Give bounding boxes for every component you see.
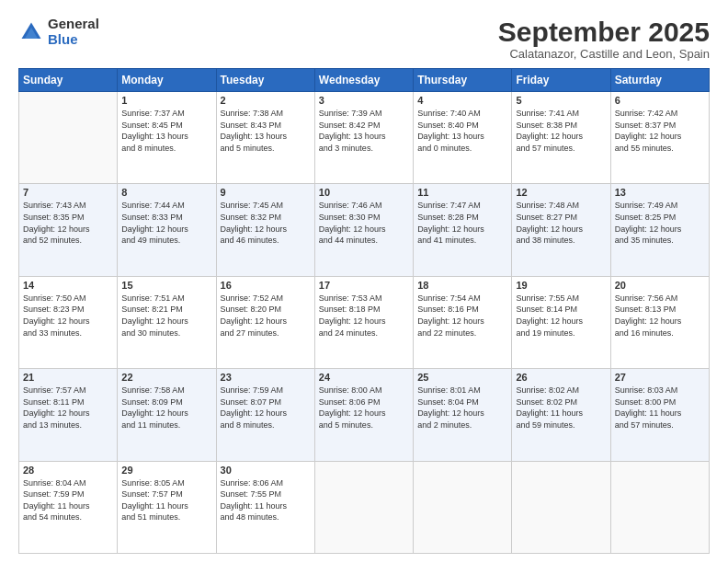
day-number: 17	[319, 280, 409, 291]
calendar-cell: 13Sunrise: 7:49 AM Sunset: 8:25 PM Dayli…	[610, 184, 709, 276]
calendar-cell: 24Sunrise: 8:00 AM Sunset: 8:06 PM Dayli…	[314, 369, 413, 461]
cell-info: Sunrise: 7:40 AM Sunset: 8:40 PM Dayligh…	[417, 108, 507, 154]
day-number: 30	[221, 465, 311, 476]
day-number: 25	[417, 372, 507, 383]
cell-info: Sunrise: 7:59 AM Sunset: 8:07 PM Dayligh…	[221, 385, 311, 431]
calendar-cell	[610, 461, 709, 553]
cell-info: Sunrise: 8:05 AM Sunset: 7:57 PM Dayligh…	[121, 477, 211, 523]
cell-info: Sunrise: 7:56 AM Sunset: 8:13 PM Dayligh…	[615, 293, 705, 339]
day-number: 12	[516, 187, 606, 198]
day-number: 27	[615, 372, 705, 383]
day-number: 28	[23, 465, 113, 476]
header-wednesday: Wednesday	[314, 69, 413, 92]
day-number: 29	[121, 465, 211, 476]
logo-general: General	[48, 17, 99, 32]
day-number: 16	[221, 280, 311, 291]
calendar-cell: 28Sunrise: 8:04 AM Sunset: 7:59 PM Dayli…	[19, 461, 118, 553]
day-number: 13	[615, 187, 705, 198]
calendar-cell: 27Sunrise: 8:03 AM Sunset: 8:00 PM Dayli…	[610, 369, 709, 461]
header-sunday: Sunday	[19, 69, 118, 92]
cell-info: Sunrise: 7:55 AM Sunset: 8:14 PM Dayligh…	[516, 293, 606, 339]
calendar-cell: 19Sunrise: 7:55 AM Sunset: 8:14 PM Dayli…	[512, 276, 610, 368]
calendar-week-row: 21Sunrise: 7:57 AM Sunset: 8:11 PM Dayli…	[19, 369, 710, 461]
title-block: September 2025 Calatanazor, Castille and…	[498, 17, 710, 61]
calendar-cell: 29Sunrise: 8:05 AM Sunset: 7:57 PM Dayli…	[118, 461, 216, 553]
day-number: 10	[319, 187, 409, 198]
calendar-cell: 16Sunrise: 7:52 AM Sunset: 8:20 PM Dayli…	[216, 276, 314, 368]
day-number: 20	[615, 280, 705, 291]
location-subtitle: Calatanazor, Castille and Leon, Spain	[498, 47, 710, 61]
day-number: 7	[23, 187, 113, 198]
calendar-cell: 20Sunrise: 7:56 AM Sunset: 8:13 PM Dayli…	[610, 276, 709, 368]
logo-blue: Blue	[48, 32, 99, 48]
cell-info: Sunrise: 7:39 AM Sunset: 8:42 PM Dayligh…	[319, 108, 409, 154]
day-number: 1	[121, 95, 211, 106]
day-number: 6	[615, 95, 705, 106]
cell-info: Sunrise: 7:50 AM Sunset: 8:23 PM Dayligh…	[23, 293, 113, 339]
cell-info: Sunrise: 7:42 AM Sunset: 8:37 PM Dayligh…	[615, 108, 705, 154]
calendar-cell	[314, 461, 413, 553]
day-number: 23	[221, 372, 311, 383]
calendar-cell: 1Sunrise: 7:37 AM Sunset: 8:45 PM Daylig…	[118, 92, 216, 184]
calendar-cell	[19, 92, 118, 184]
calendar-cell: 30Sunrise: 8:06 AM Sunset: 7:55 PM Dayli…	[216, 461, 314, 553]
cell-info: Sunrise: 8:06 AM Sunset: 7:55 PM Dayligh…	[221, 477, 311, 523]
calendar-cell: 17Sunrise: 7:53 AM Sunset: 8:18 PM Dayli…	[314, 276, 413, 368]
cell-info: Sunrise: 7:54 AM Sunset: 8:16 PM Dayligh…	[417, 293, 507, 339]
cell-info: Sunrise: 8:02 AM Sunset: 8:02 PM Dayligh…	[516, 385, 606, 431]
header-saturday: Saturday	[610, 69, 709, 92]
calendar-cell: 14Sunrise: 7:50 AM Sunset: 8:23 PM Dayli…	[19, 276, 118, 368]
month-title: September 2025	[498, 17, 710, 47]
calendar-cell: 25Sunrise: 8:01 AM Sunset: 8:04 PM Dayli…	[414, 369, 512, 461]
cell-info: Sunrise: 7:48 AM Sunset: 8:27 PM Dayligh…	[516, 200, 606, 246]
calendar-cell: 21Sunrise: 7:57 AM Sunset: 8:11 PM Dayli…	[19, 369, 118, 461]
cell-info: Sunrise: 7:47 AM Sunset: 8:28 PM Dayligh…	[417, 200, 507, 246]
calendar-cell	[414, 461, 512, 553]
calendar-week-row: 7Sunrise: 7:43 AM Sunset: 8:35 PM Daylig…	[19, 184, 710, 276]
cell-info: Sunrise: 8:03 AM Sunset: 8:00 PM Dayligh…	[615, 385, 705, 431]
header-tuesday: Tuesday	[216, 69, 314, 92]
calendar-cell: 6Sunrise: 7:42 AM Sunset: 8:37 PM Daylig…	[610, 92, 709, 184]
logo: General Blue	[18, 17, 99, 47]
cell-info: Sunrise: 7:45 AM Sunset: 8:32 PM Dayligh…	[221, 200, 311, 246]
cell-info: Sunrise: 7:52 AM Sunset: 8:20 PM Dayligh…	[221, 293, 311, 339]
cell-info: Sunrise: 7:51 AM Sunset: 8:21 PM Dayligh…	[121, 293, 211, 339]
calendar-cell: 5Sunrise: 7:41 AM Sunset: 8:38 PM Daylig…	[512, 92, 610, 184]
day-number: 14	[23, 280, 113, 291]
day-number: 3	[319, 95, 409, 106]
day-number: 22	[121, 372, 211, 383]
calendar-cell: 4Sunrise: 7:40 AM Sunset: 8:40 PM Daylig…	[414, 92, 512, 184]
cell-info: Sunrise: 7:37 AM Sunset: 8:45 PM Dayligh…	[121, 108, 211, 154]
day-number: 15	[121, 280, 211, 291]
calendar-cell: 22Sunrise: 7:58 AM Sunset: 8:09 PM Dayli…	[118, 369, 216, 461]
calendar-cell: 10Sunrise: 7:46 AM Sunset: 8:30 PM Dayli…	[314, 184, 413, 276]
calendar-cell: 12Sunrise: 7:48 AM Sunset: 8:27 PM Dayli…	[512, 184, 610, 276]
day-number: 9	[221, 187, 311, 198]
day-number: 19	[516, 280, 606, 291]
day-number: 5	[516, 95, 606, 106]
calendar-week-row: 28Sunrise: 8:04 AM Sunset: 7:59 PM Dayli…	[19, 461, 710, 553]
cell-info: Sunrise: 8:00 AM Sunset: 8:06 PM Dayligh…	[319, 385, 409, 431]
cell-info: Sunrise: 7:53 AM Sunset: 8:18 PM Dayligh…	[319, 293, 409, 339]
day-number: 21	[23, 372, 113, 383]
cell-info: Sunrise: 7:46 AM Sunset: 8:30 PM Dayligh…	[319, 200, 409, 246]
calendar-cell: 23Sunrise: 7:59 AM Sunset: 8:07 PM Dayli…	[216, 369, 314, 461]
calendar-cell: 9Sunrise: 7:45 AM Sunset: 8:32 PM Daylig…	[216, 184, 314, 276]
day-number: 4	[417, 95, 507, 106]
calendar-table: SundayMondayTuesdayWednesdayThursdayFrid…	[18, 68, 710, 554]
calendar-cell: 15Sunrise: 7:51 AM Sunset: 8:21 PM Dayli…	[118, 276, 216, 368]
calendar-cell: 18Sunrise: 7:54 AM Sunset: 8:16 PM Dayli…	[414, 276, 512, 368]
day-number: 2	[221, 95, 311, 106]
cell-info: Sunrise: 7:41 AM Sunset: 8:38 PM Dayligh…	[516, 108, 606, 154]
calendar-cell: 3Sunrise: 7:39 AM Sunset: 8:42 PM Daylig…	[314, 92, 413, 184]
cell-info: Sunrise: 7:57 AM Sunset: 8:11 PM Dayligh…	[23, 385, 113, 431]
calendar-cell	[512, 461, 610, 553]
cell-info: Sunrise: 7:58 AM Sunset: 8:09 PM Dayligh…	[121, 385, 211, 431]
page: General Blue September 2025 Calatanazor,…	[0, 0, 728, 563]
header: General Blue September 2025 Calatanazor,…	[18, 17, 710, 61]
logo-text: General Blue	[48, 17, 99, 47]
header-thursday: Thursday	[414, 69, 512, 92]
calendar-cell: 11Sunrise: 7:47 AM Sunset: 8:28 PM Dayli…	[414, 184, 512, 276]
calendar-cell: 8Sunrise: 7:44 AM Sunset: 8:33 PM Daylig…	[118, 184, 216, 276]
calendar-header-row: SundayMondayTuesdayWednesdayThursdayFrid…	[19, 69, 710, 92]
